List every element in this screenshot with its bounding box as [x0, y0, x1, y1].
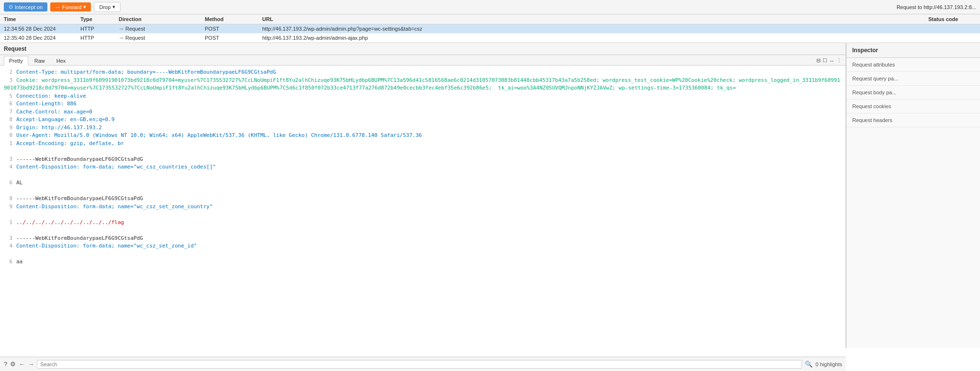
content-line: 8------WebKitFormBoundarypaeLF6G9CGtsaPd… — [4, 195, 842, 203]
content-line: 1Accept-Encoding: gzip, deflate, br — [4, 140, 842, 148]
table-row[interactable]: 12:35:40 28 Dec 2024 HTTP → Request POST… — [0, 34, 980, 43]
request-content: 2Content-Type: multipart/form-data; boun… — [0, 66, 846, 348]
forward-dropdown-icon: ▾ — [83, 4, 86, 10]
forward-label: Forward — [62, 4, 81, 10]
drop-label: Drop — [99, 4, 111, 10]
highlights-label: 0 highlights — [815, 361, 842, 367]
tab-pretty[interactable]: Pretty — [4, 56, 28, 66]
content-line: 2Content-Type: multipart/form-data; boun… — [4, 68, 842, 77]
search-icon[interactable]: 🔍 — [805, 360, 813, 368]
content-line: 9Content-Disposition: form-data; name="w… — [4, 203, 842, 211]
toolbar-icon-2[interactable]: ☐ — [823, 57, 827, 64]
intercept-button[interactable]: ⊙ Intercept on — [4, 2, 47, 11]
toolbar-icon-3[interactable]: ↔ — [829, 58, 835, 64]
settings-icon[interactable]: ⚙ — [10, 360, 16, 368]
toolbar-icon-1[interactable]: ⊟ — [816, 57, 821, 64]
content-line: 4Content-Disposition: form-data; name="w… — [4, 242, 842, 250]
col-status: Status code — [928, 16, 976, 22]
content-line: 3Cookie: wordpress_3311b9f60991901073bd9… — [4, 77, 842, 92]
content-line — [4, 226, 842, 235]
col-time: Time — [4, 16, 80, 22]
col-type: Type — [80, 16, 119, 22]
content-line: 6AL — [4, 179, 842, 187]
inspector-title: Inspector — [846, 43, 980, 58]
intercept-label: Intercept on — [15, 4, 43, 10]
inspector-panel: Inspector Request attributesRequest quer… — [846, 43, 980, 348]
content-line — [4, 147, 842, 156]
back-icon[interactable]: ← — [19, 360, 25, 368]
tab-raw[interactable]: Raw — [29, 56, 50, 65]
tab-hex[interactable]: Hex — [51, 56, 71, 65]
request-panel-title: Request — [0, 43, 846, 55]
request-tabs: Pretty Raw Hex ⊟ ☐ ↔ ⋮ — [0, 55, 846, 66]
request-panel: Request Pretty Raw Hex ⊟ ☐ ↔ ⋮ 2Content-… — [0, 43, 846, 348]
table-row[interactable]: 12:34:56 28 Dec 2024 HTTP → Request POST… — [0, 24, 980, 34]
main-area: Request Pretty Raw Hex ⊟ ☐ ↔ ⋮ 2Content-… — [0, 43, 980, 348]
intercept-icon: ⊙ — [9, 4, 13, 10]
inspector-item[interactable]: Request headers — [846, 113, 980, 127]
bottom-bar: ? ⚙ ← → 🔍 0 highlights — [0, 357, 846, 371]
search-input[interactable] — [37, 360, 802, 369]
toolbar-icon-4[interactable]: ⋮ — [836, 57, 842, 64]
inspector-item[interactable]: Request cookies — [846, 100, 980, 113]
content-line: 6Content-Length: 886 — [4, 100, 842, 108]
help-icon[interactable]: ? — [4, 360, 7, 368]
content-line: 5Connection: keep-alive — [4, 92, 842, 101]
forward-button[interactable]: → Forward ▾ — [50, 2, 91, 11]
inspector-items: Request attributesRequest query pa...Req… — [846, 58, 980, 127]
drop-button[interactable]: Drop ▾ — [94, 2, 121, 12]
inspector-item[interactable]: Request query pa... — [846, 72, 980, 86]
inspector-item[interactable]: Request body pa... — [846, 86, 980, 100]
col-url: URL — [262, 16, 928, 22]
content-line: 1../../../../../../../../../../flag — [4, 219, 842, 227]
table-header: Time Type Direction Method URL Status co… — [0, 14, 980, 24]
content-line: 3------WebKitFormBoundarypaeLF6G9CGtsaPd… — [4, 156, 842, 164]
drop-dropdown-icon: ▾ — [112, 4, 115, 10]
toolbar: ⊙ Intercept on → Forward ▾ Drop ▾ Reques… — [0, 0, 980, 14]
content-line: 9Origin: http://46.137.193.2 — [4, 124, 842, 132]
content-line: 6aa — [4, 258, 842, 266]
inspector-item[interactable]: Request attributes — [846, 58, 980, 72]
content-line — [4, 250, 842, 259]
table-body: 12:34:56 28 Dec 2024 HTTP → Request POST… — [0, 24, 980, 43]
content-line — [4, 171, 842, 180]
request-url-label: Request to http://46.137.193.2:8... — [897, 4, 976, 10]
content-line: 3------WebKitFormBoundarypaeLF6G9CGtsaPd… — [4, 235, 842, 243]
forward-nav-icon[interactable]: → — [28, 360, 34, 368]
col-method: Method — [205, 16, 262, 22]
content-line: 7Cache-Control: max-age=0 — [4, 108, 842, 116]
forward-arrow-icon: → — [55, 4, 60, 10]
content-line: 8Accept-Language: en-GB,en;q=0.9 — [4, 116, 842, 124]
content-line — [4, 211, 842, 219]
content-line: 0User-Agent: Mozilla/5.0 (Windows NT 10.… — [4, 132, 842, 140]
content-line — [4, 187, 842, 195]
col-direction: Direction — [119, 16, 205, 22]
content-line: 4Content-Disposition: form-data; name="w… — [4, 163, 842, 171]
